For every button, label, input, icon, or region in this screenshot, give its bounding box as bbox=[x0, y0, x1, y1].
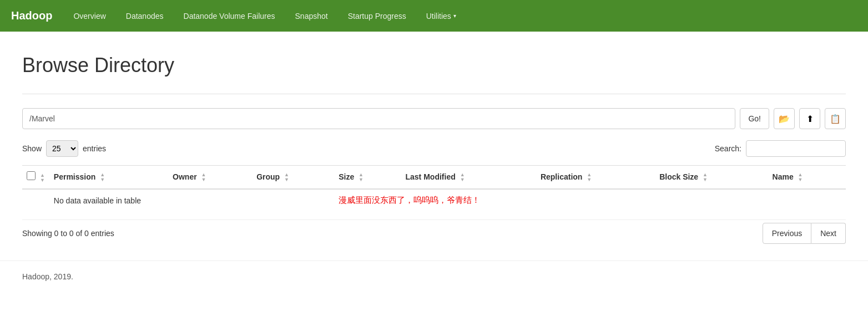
divider bbox=[22, 94, 846, 94]
table-body: No data available in table 漫威里面没东西了，呜呜呜，… bbox=[22, 189, 846, 211]
nav-item-utilities: Utilities ▾ bbox=[416, 0, 466, 32]
th-group[interactable]: Group ▲▼ bbox=[252, 166, 334, 190]
chinese-note: 漫威里面没东西了，呜呜呜，爷青结！ bbox=[339, 195, 480, 205]
upload-icon: ⬆ bbox=[806, 114, 814, 124]
th-size[interactable]: Size ▲▼ bbox=[334, 166, 401, 190]
th-last-modified[interactable]: Last Modified ▲▼ bbox=[401, 166, 536, 190]
navbar-brand[interactable]: Hadoop bbox=[11, 9, 52, 22]
nav-item-snapshot: Snapshot bbox=[285, 0, 338, 32]
th-replication[interactable]: Replication ▲▼ bbox=[536, 166, 655, 190]
nav-item-datanode-volume-failures: Datanode Volume Failures bbox=[174, 0, 285, 32]
th-owner[interactable]: Owner ▲▼ bbox=[168, 166, 252, 190]
th-name[interactable]: Name ▲▼ bbox=[768, 166, 846, 190]
table-row-no-data: No data available in table 漫威里面没东西了，呜呜呜，… bbox=[22, 189, 846, 211]
sort-icon-permission: ▲▼ bbox=[100, 172, 105, 182]
no-data-text: No data available in table bbox=[49, 189, 334, 211]
upload-button[interactable]: ⬆ bbox=[799, 108, 820, 129]
entries-select[interactable]: 10 25 50 100 bbox=[46, 140, 78, 157]
next-button[interactable]: Next bbox=[811, 223, 846, 244]
nav-link-snapshot[interactable]: Snapshot bbox=[285, 0, 338, 32]
nav-link-startup-progress[interactable]: Startup Progress bbox=[338, 0, 416, 32]
sort-icon-owner: ▲▼ bbox=[201, 172, 206, 182]
showing-text: Showing 0 to 0 of 0 entries bbox=[22, 229, 114, 238]
nav-link-overview[interactable]: Overview bbox=[63, 0, 115, 32]
navbar-nav: Overview Datanodes Datanode Volume Failu… bbox=[63, 0, 466, 32]
sort-icon-replication: ▲▼ bbox=[587, 172, 592, 182]
sort-icon-size: ▲▼ bbox=[359, 172, 364, 182]
folder-button[interactable]: 📂 bbox=[774, 108, 795, 129]
search-input[interactable] bbox=[746, 140, 846, 157]
data-table: ▲▼ Permission ▲▼ Owner ▲▼ Group ▲▼ Size … bbox=[22, 165, 846, 211]
show-entries-row: Show 10 25 50 100 entries Search: bbox=[22, 140, 846, 157]
th-block-size[interactable]: Block Size ▲▼ bbox=[655, 166, 768, 190]
sort-icon-block-size: ▲▼ bbox=[703, 172, 708, 182]
previous-button[interactable]: Previous bbox=[763, 223, 811, 244]
folder-icon: 📂 bbox=[779, 114, 790, 124]
pagination-buttons: Previous Next bbox=[763, 223, 846, 244]
sort-icon-group: ▲▼ bbox=[284, 172, 289, 182]
sort-icon-name: ▲▼ bbox=[798, 172, 803, 182]
search-label: Search: bbox=[715, 144, 741, 153]
chinese-note-cell: 漫威里面没东西了，呜呜呜，爷青结！ bbox=[334, 189, 846, 211]
th-permission[interactable]: Permission ▲▼ bbox=[49, 166, 168, 190]
no-data-cell bbox=[22, 189, 49, 211]
search-right: Search: bbox=[715, 140, 846, 157]
footer-text: Hadoop, 2019. bbox=[22, 272, 73, 281]
show-label: Show bbox=[22, 144, 42, 153]
sort-icon-last-modified: ▲▼ bbox=[460, 172, 465, 182]
navbar: Hadoop Overview Datanodes Datanode Volum… bbox=[0, 0, 868, 32]
path-row: Go! 📂 ⬆ 📋 bbox=[22, 108, 846, 129]
select-all-checkbox[interactable] bbox=[27, 171, 36, 180]
footer: Hadoop, 2019. bbox=[0, 261, 868, 292]
list-icon: 📋 bbox=[830, 114, 841, 124]
nav-item-overview: Overview bbox=[63, 0, 115, 32]
list-button[interactable]: 📋 bbox=[825, 108, 846, 129]
chevron-down-icon: ▾ bbox=[453, 13, 456, 19]
pagination-row: Showing 0 to 0 of 0 entries Previous Nex… bbox=[22, 219, 846, 244]
main-content: Browse Directory Go! 📂 ⬆ 📋 Show 10 25 50… bbox=[0, 32, 868, 255]
table-header: ▲▼ Permission ▲▼ Owner ▲▼ Group ▲▼ Size … bbox=[22, 166, 846, 190]
th-checkbox: ▲▼ bbox=[22, 166, 49, 190]
entries-label: entries bbox=[83, 144, 106, 153]
go-button[interactable]: Go! bbox=[740, 108, 769, 129]
nav-link-datanodes[interactable]: Datanodes bbox=[116, 0, 174, 32]
nav-link-datanode-volume-failures[interactable]: Datanode Volume Failures bbox=[174, 0, 285, 32]
show-entries-left: Show 10 25 50 100 entries bbox=[22, 140, 106, 157]
nav-link-utilities[interactable]: Utilities ▾ bbox=[416, 0, 466, 32]
path-input[interactable] bbox=[22, 108, 735, 129]
nav-item-datanodes: Datanodes bbox=[116, 0, 174, 32]
nav-item-startup-progress: Startup Progress bbox=[338, 0, 416, 32]
sort-icon-checkbox: ▲▼ bbox=[40, 173, 45, 183]
page-title: Browse Directory bbox=[22, 54, 846, 77]
